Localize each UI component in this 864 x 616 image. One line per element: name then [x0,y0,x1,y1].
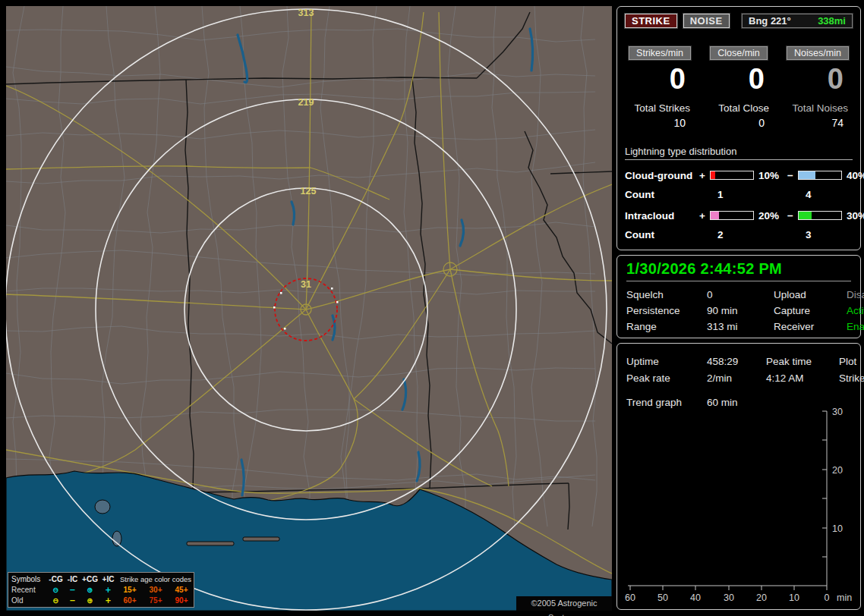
legend-row-old-label: Old [11,596,47,606]
y-tick-30: 30 [832,407,843,417]
y-tick-10: 10 [832,523,843,534]
noise-mode-button[interactable]: NOISE [683,14,730,28]
recent-neg-ic-icon: − [65,585,80,596]
minus-sign: − [787,210,798,222]
minus-sign: − [787,170,798,181]
map-canvas: 313 219 125 31 [6,6,612,611]
total-noises-value: 74 [783,117,853,129]
cg-positive-bar [710,171,754,180]
x-tick-10: 10 [789,592,799,603]
range-label: Range [626,321,707,332]
x-tick-60: 60 [625,592,635,603]
capture-label: Capture [774,305,847,316]
strike-mode-button[interactable]: STRIKE [625,14,677,28]
ic-positive-bar [710,211,754,220]
trend-graph-chart: 30 20 10 60 50 40 30 20 10 0 min [622,406,856,605]
symbols-legend: Symbols -CG -IC +CG +IC Strike age color… [8,572,194,608]
strikes-per-min-button[interactable]: Strikes/min [629,46,691,60]
ring-label-125: 125 [301,186,317,196]
legend-row-recent-label: Recent [11,585,47,596]
ring-label-313: 313 [298,8,314,18]
x-tick-20: 20 [756,592,767,603]
noises-per-min-value: 0 [783,64,853,95]
cg-count-label: Count [625,189,699,200]
range-value: 313 mi [707,321,774,332]
capture-status: Active [847,305,864,316]
bearing-readout: Bng 221° 338mi [742,14,853,28]
ic-positive-count: 2 [710,229,754,240]
bearing-value: Bng 221° [749,15,791,27]
intracloud-label: Intracloud [625,210,699,222]
noises-per-min-button[interactable]: Noises/min [787,46,849,60]
recent-pos-cg-icon: ⊕ [80,585,99,596]
recent-neg-cg-icon: ⊖ [47,585,65,596]
cg-negative-count: 4 [798,189,842,200]
close-per-min-button[interactable]: Close/min [710,46,768,60]
legend-col-pos-ic: +IC [99,574,117,585]
ic-negative-pct: 30% [842,210,864,222]
divider [626,281,851,281]
age-75: 75+ [143,596,169,606]
total-close-value: 0 [704,117,774,129]
legend-col-neg-cg: -CG [47,574,65,585]
plot-label: Plot [839,356,856,367]
copyright-bar: ©2005 Astrogenic Systems [516,596,612,611]
distribution-title: Lightning type distribution [625,146,853,160]
y-tick-20: 20 [832,465,843,476]
ic-negative-bar [798,211,842,220]
legend-symbols-header: Symbols [11,574,47,585]
lightning-type-distribution: Lightning type distribution Cloud-ground… [625,146,853,240]
plus-sign: + [699,210,710,222]
session-trend-panel: Uptime 458:29 Peak time Plot Peak rate 2… [616,343,861,610]
close-per-min-value: 0 [704,64,774,95]
age-30: 30+ [143,585,169,596]
cg-negative-pct: 40% [842,170,864,181]
age-45: 45+ [169,585,194,596]
peak-time-value: 4:12 AM [766,372,839,384]
age-60: 60+ [117,596,143,606]
receiver-label: Receiver [774,321,847,332]
squelch-label: Squelch [626,289,707,300]
total-strikes-value: 10 [625,117,695,129]
plus-sign: + [699,170,710,181]
receiver-status: Enabled [847,321,864,332]
uptime-label: Uptime [626,356,707,367]
legend-col-neg-ic: -IC [65,574,80,585]
ic-count-label: Count [625,229,699,240]
x-axis-unit: min [837,592,852,603]
total-strikes-label: Total Strikes [625,102,695,114]
legend-col-pos-cg: +CG [80,574,99,585]
strikes-per-min-value: 0 [625,64,695,95]
ic-positive-pct: 20% [754,210,787,222]
persistence-value: 90 min [707,305,774,316]
peak-rate-value: 2/min [707,372,766,384]
x-tick-0: 0 [825,592,830,603]
uptime-value: 458:29 [707,356,766,367]
x-tick-30: 30 [724,592,734,603]
upload-label: Upload [774,289,847,300]
plot-mode-value: Strike [839,372,864,384]
ic-negative-count: 3 [798,229,842,240]
ring-label-31: 31 [301,279,311,290]
cloud-ground-label: Cloud-ground [625,170,699,181]
old-neg-ic-icon: − [65,596,80,606]
lightning-map: 313 219 125 31 Symbols -CG -IC +CG +IC S… [6,6,612,611]
ring-label-219: 219 [298,97,314,108]
peak-rate-label: Peak rate [626,372,707,384]
status-panel: 1/30/2026 2:44:52 PM Squelch 0 Upload Di… [616,255,861,338]
old-pos-cg-icon: ⊕ [80,596,99,606]
age-90: 90+ [169,596,194,606]
cg-positive-count: 1 [710,189,754,200]
peak-time-label: Peak time [766,356,839,367]
recent-pos-ic-icon: + [99,585,117,596]
x-tick-50: 50 [657,592,668,603]
strike-counters-panel: STRIKE NOISE Bng 221° 338mi Strikes/min … [616,6,861,250]
cg-positive-pct: 10% [754,170,787,181]
datetime-display: 1/30/2026 2:44:52 PM [626,260,851,278]
total-noises-label: Total Noises [783,102,853,114]
old-pos-ic-icon: + [99,596,117,606]
cg-negative-bar [798,171,842,180]
bearing-distance: 338mi [818,15,846,27]
total-close-label: Total Close [704,102,774,114]
age-15: 15+ [117,585,143,596]
